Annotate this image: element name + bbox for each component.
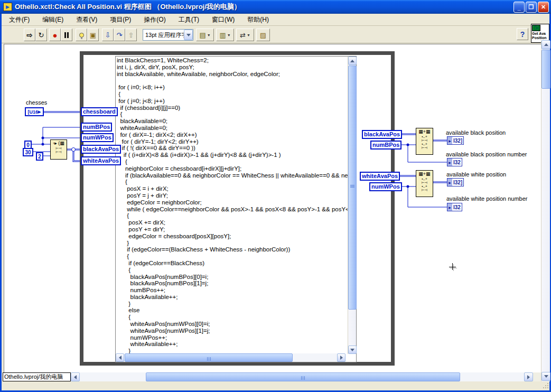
reorder-objects-button[interactable]: ⇄▼ — [236, 29, 254, 41]
diagram-vscroll-thumb[interactable] — [541, 50, 550, 89]
maximize-button[interactable]: ❐ — [526, 2, 537, 13]
minimize-button[interactable]: _ — [513, 2, 525, 13]
code-line: if ( !( dirX==0 && dirY==0 )) — [117, 145, 348, 152]
available-black-position-indicator[interactable]: ▶ I32] — [447, 136, 464, 145]
terminal-arrow-icon: ▶ — [38, 110, 41, 114]
code-horizontal-scrollbar[interactable] — [116, 353, 345, 362]
code-line: { — [117, 111, 348, 118]
tunnel-numBPos-left[interactable]: numBPos — [81, 123, 112, 132]
chevron-down-icon: ▼ — [227, 33, 231, 37]
help-icon: ? — [520, 30, 525, 39]
run-continuously-icon: ↻ — [39, 31, 44, 39]
scroll-up-button[interactable] — [541, 40, 550, 49]
tunnel-blackAvaPos-right[interactable]: blackAvaPos — [362, 130, 402, 139]
available-white-position-number-indicator[interactable]: ▶ I32 — [447, 203, 462, 211]
context-help-button[interactable]: ? — [517, 28, 528, 40]
chesses-terminal[interactable]: [U16▶ — [25, 107, 44, 116]
distribute-objects-button[interactable]: ▥▼ — [216, 29, 234, 41]
run-continuously-button[interactable]: ↻ — [35, 29, 47, 41]
diagram-horizontal-scrollbar[interactable] — [80, 372, 524, 381]
step-into-icon: ⇩ — [105, 31, 111, 39]
tunnel-numWPos-right[interactable]: numWPos — [369, 182, 402, 191]
align-objects-button[interactable]: ▤▼ — [196, 29, 214, 41]
menu-item[interactable]: 工具(T) — [174, 14, 203, 26]
code-line: whiteAvaPos[numWPos][1]=j; — [117, 328, 348, 334]
font-selector-dropdown[interactable] — [184, 30, 193, 40]
pause-button[interactable] — [61, 29, 72, 41]
formula-node-textbox[interactable]: int BlackChess=1, WhiteChess=2;int i, j,… — [115, 56, 357, 362]
code-line: if (edgeColor==BlackChess) — [117, 260, 348, 267]
available-black-position-number-indicator[interactable]: ▶ I32 — [447, 158, 462, 166]
scroll-up-icon — [544, 43, 548, 46]
code-vscroll-thumb[interactable] — [348, 66, 357, 310]
step-out-icon: ⇧ — [128, 31, 134, 39]
step-over-button[interactable]: ↷ — [114, 29, 125, 41]
code-line: else — [117, 307, 348, 314]
code-line: blackAvailable=0; — [117, 118, 348, 125]
code-line: int i, j, dirX, dirY, posX, posY; — [117, 64, 348, 71]
retain-wire-values-button[interactable]: ▣ — [87, 29, 99, 41]
chevron-down-icon: ▼ — [207, 33, 211, 37]
array-subset-node-black[interactable]: ▦+▦ ▪‥+ ⊢⊣ ▪‥+ ⊢⊣ — [416, 128, 433, 155]
reorder-objects-icon: ⇄ — [240, 31, 246, 39]
menu-item[interactable]: 帮助(H) — [243, 14, 273, 26]
step-out-button[interactable]: ⇧ — [125, 29, 137, 41]
menu-item[interactable]: 编辑(E) — [38, 14, 68, 26]
close-button[interactable]: ✕ — [538, 2, 549, 13]
step-into-button[interactable]: ⇩ — [102, 29, 114, 41]
code-line — [117, 77, 348, 84]
code-hscroll-thumb[interactable] — [125, 353, 293, 362]
code-line: { — [117, 253, 348, 260]
vi-icon-text-line1: Get Ava — [532, 32, 548, 36]
scroll-right-button[interactable] — [524, 372, 533, 381]
scroll-down-button[interactable] — [541, 372, 550, 381]
code-line: numBPos++; — [117, 287, 348, 294]
scroll-left-icon — [119, 356, 122, 360]
tunnel-whiteAvaPos-right[interactable]: whiteAvaPos — [360, 172, 400, 181]
initialize-array-node[interactable]: ▫▸ (▦ ⊢⊣ ⊢⊣ — [50, 139, 67, 160]
constant-2[interactable]: 2 — [36, 152, 43, 161]
chevron-down-icon — [186, 34, 191, 36]
step-over-icon: ↷ — [117, 31, 123, 39]
indicator-type-text: I32 — [452, 203, 462, 211]
tunnel-whiteAvaPos-left[interactable]: whiteAvaPos — [81, 156, 121, 165]
code-line: { — [117, 179, 348, 185]
available-white-position-indicator[interactable]: ▶ I32] — [447, 178, 464, 186]
code-line: { — [117, 212, 348, 219]
tunnel-numBPos-right[interactable]: numBPos — [370, 141, 401, 150]
constant-30[interactable]: 30 — [23, 148, 33, 156]
scroll-right-button[interactable] — [337, 353, 345, 362]
diagram-hscroll-thumb[interactable] — [146, 372, 460, 381]
code-line: } — [117, 301, 348, 307]
scroll-up-icon — [350, 60, 354, 62]
scroll-down-button[interactable] — [348, 346, 357, 354]
formula-code[interactable]: int BlackChess=1, WhiteChess=2;int i, j,… — [117, 57, 348, 354]
code-vertical-scrollbar[interactable] — [348, 57, 356, 354]
array-subset-icon: ▦+▦ — [417, 129, 432, 135]
retain-wire-values-icon: ▣ — [90, 31, 96, 39]
menu-item[interactable]: 项目(P) — [106, 14, 135, 26]
menu-bar: 文件(F)编辑(E)查看(V)项目(P)操作(O)工具(T)窗口(W)帮助(H) — [2, 14, 549, 26]
labview-block-diagram-window: ▶ Othello.xctl:Check All Position.vi 程序框… — [0, 0, 551, 392]
scroll-left-button[interactable] — [71, 372, 80, 381]
code-line: posX = i + dirX; — [117, 185, 348, 192]
tunnel-blackAvaPos-left[interactable]: blackAvaPos — [81, 145, 121, 154]
diagram-vertical-scrollbar[interactable] — [541, 40, 550, 381]
abort-button[interactable]: ● — [49, 29, 61, 41]
code-line: whiteAvailable=0; — [117, 125, 348, 132]
tunnel-chessboard[interactable]: chessboard — [81, 107, 118, 116]
menu-item[interactable]: 查看(V) — [72, 14, 101, 26]
menu-item[interactable]: 操作(O) — [139, 14, 170, 26]
title-bar[interactable]: ▶ Othello.xctl:Check All Position.vi 程序框… — [0, 0, 551, 14]
resize-grip[interactable] — [541, 381, 550, 389]
vi-icon-grid — [532, 25, 540, 31]
highlight-execution-button[interactable] — [76, 29, 87, 41]
run-button[interactable]: ⇨ — [24, 29, 35, 41]
menu-item[interactable]: 窗口(W) — [208, 14, 239, 26]
array-subset-node-white[interactable]: ▦+▦ ▪‥+ ⊢⊣ ▪‥+ ⊢⊣ — [416, 170, 433, 197]
tunnel-numWPos-left[interactable]: numWPos — [81, 133, 114, 142]
cleanup-diagram-button[interactable]: ▨ — [256, 29, 270, 41]
menu-item[interactable]: 文件(F) — [5, 14, 34, 26]
scroll-left-button[interactable] — [116, 353, 124, 362]
scroll-up-button[interactable] — [348, 57, 357, 65]
